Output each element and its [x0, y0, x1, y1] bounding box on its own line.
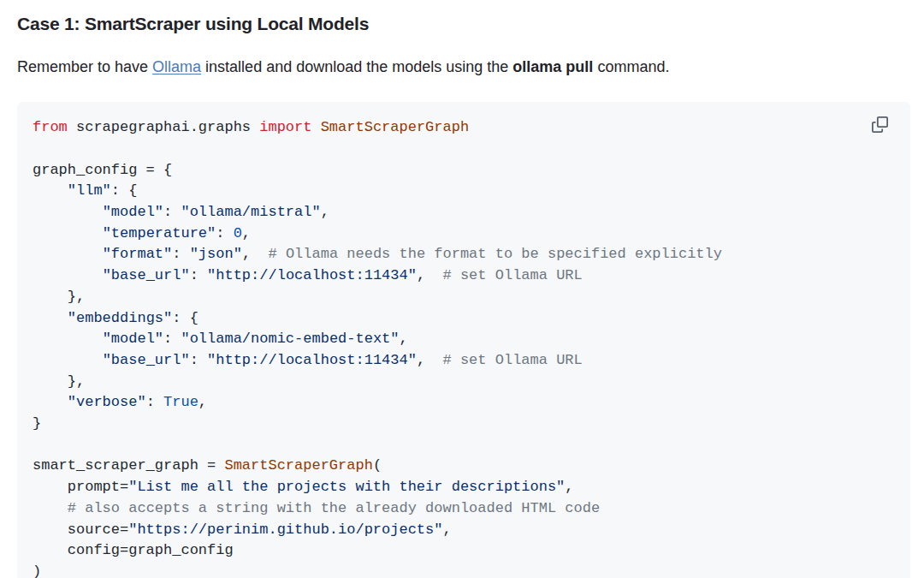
intro-text: Remember to have — [17, 58, 152, 75]
intro-paragraph: Remember to have Ollama installed and do… — [17, 57, 910, 78]
code-line: "format": "json", # Ollama needs the for… — [33, 244, 895, 265]
ollama-link[interactable]: Ollama — [152, 58, 201, 75]
code-line: ) — [33, 562, 895, 578]
intro-bold-text: ollama pull — [512, 58, 593, 75]
copy-button[interactable] — [868, 112, 891, 136]
copy-icon — [872, 116, 888, 133]
code-line: "embeddings": { — [33, 308, 895, 330]
code-line — [33, 139, 895, 160]
code-content[interactable]: from scrapegraphai.graphs import SmartSc… — [33, 117, 895, 578]
code-line: prompt="List me all the projects with th… — [33, 477, 895, 498]
code-line: } — [33, 414, 895, 435]
code-line: "model": "ollama/mistral", — [33, 202, 895, 223]
code-line: smart_scraper_graph = SmartScraperGraph( — [33, 456, 895, 477]
page-title: Case 1: SmartScraper using Local Models — [17, 14, 910, 34]
code-line: }, — [33, 287, 895, 308]
code-line: "llm": { — [33, 181, 895, 202]
code-line: "verbose": True, — [33, 392, 895, 414]
code-line: "model": "ollama/nomic-embed-text", — [33, 329, 895, 350]
code-line: graph_config = { — [33, 160, 895, 182]
code-block: from scrapegraphai.graphs import SmartSc… — [17, 102, 910, 578]
code-line: "base_url": "http://localhost:11434", # … — [33, 350, 895, 372]
code-line: source="https://perinim.github.io/projec… — [33, 520, 895, 541]
code-line — [33, 435, 895, 456]
code-line: config=graph_config — [33, 540, 895, 562]
code-line: }, — [33, 372, 895, 393]
intro-text: installed and download the models using … — [201, 58, 512, 75]
code-line: from scrapegraphai.graphs import SmartSc… — [33, 117, 895, 139]
page: Case 1: SmartScraper using Local Models … — [0, 0, 924, 578]
code-line: "temperature": 0, — [33, 223, 895, 245]
code-line: "base_url": "http://localhost:11434", # … — [33, 265, 895, 287]
intro-text: command. — [593, 58, 669, 75]
code-line: # also accepts a string with the already… — [33, 498, 895, 520]
